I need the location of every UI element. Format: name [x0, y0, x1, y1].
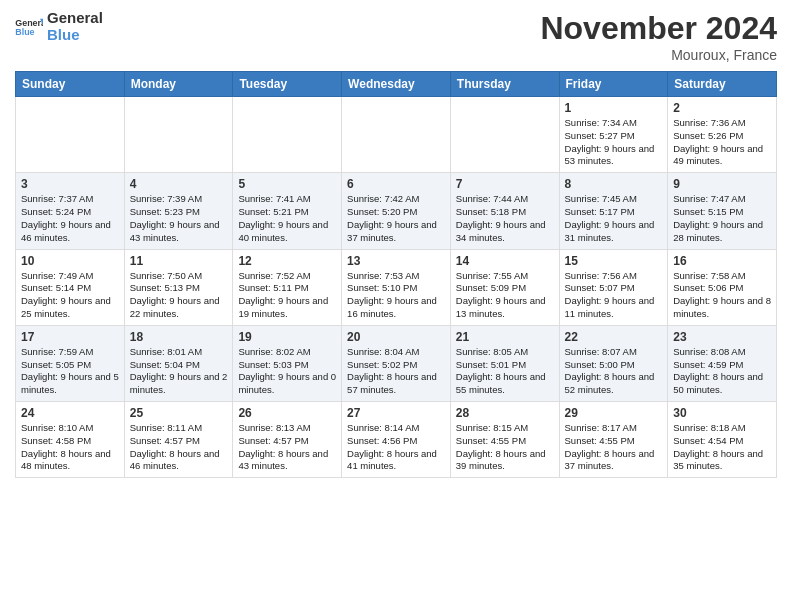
calendar-cell: 12Sunrise: 7:52 AMSunset: 5:11 PMDayligh… — [233, 249, 342, 325]
daylight-text: Daylight: 9 hours and 25 minutes. — [21, 295, 111, 319]
sunrise-text: Sunrise: 8:01 AM — [130, 346, 202, 357]
calendar-week-row: 24Sunrise: 8:10 AMSunset: 4:58 PMDayligh… — [16, 402, 777, 478]
sunrise-text: Sunrise: 8:04 AM — [347, 346, 419, 357]
day-info: Sunrise: 7:39 AMSunset: 5:23 PMDaylight:… — [130, 193, 228, 244]
calendar-table: SundayMondayTuesdayWednesdayThursdayFrid… — [15, 71, 777, 478]
sunset-text: Sunset: 4:54 PM — [673, 435, 743, 446]
day-info: Sunrise: 7:47 AMSunset: 5:15 PMDaylight:… — [673, 193, 771, 244]
calendar-cell — [124, 97, 233, 173]
daylight-text: Daylight: 8 hours and 43 minutes. — [238, 448, 328, 472]
sunrise-text: Sunrise: 7:49 AM — [21, 270, 93, 281]
daylight-text: Daylight: 9 hours and 16 minutes. — [347, 295, 437, 319]
calendar-cell: 1Sunrise: 7:34 AMSunset: 5:27 PMDaylight… — [559, 97, 668, 173]
sunset-text: Sunset: 5:04 PM — [130, 359, 200, 370]
day-number: 6 — [347, 177, 445, 191]
daylight-text: Daylight: 9 hours and 2 minutes. — [130, 371, 228, 395]
day-info: Sunrise: 8:14 AMSunset: 4:56 PMDaylight:… — [347, 422, 445, 473]
sunrise-text: Sunrise: 7:39 AM — [130, 193, 202, 204]
sunset-text: Sunset: 5:24 PM — [21, 206, 91, 217]
calendar-cell — [342, 97, 451, 173]
day-number: 16 — [673, 254, 771, 268]
day-info: Sunrise: 8:01 AMSunset: 5:04 PMDaylight:… — [130, 346, 228, 397]
sunset-text: Sunset: 4:58 PM — [21, 435, 91, 446]
day-info: Sunrise: 7:45 AMSunset: 5:17 PMDaylight:… — [565, 193, 663, 244]
month-title: November 2024 — [540, 10, 777, 47]
sunset-text: Sunset: 4:56 PM — [347, 435, 417, 446]
sunrise-text: Sunrise: 7:34 AM — [565, 117, 637, 128]
day-info: Sunrise: 8:05 AMSunset: 5:01 PMDaylight:… — [456, 346, 554, 397]
weekday-header-thursday: Thursday — [450, 72, 559, 97]
day-info: Sunrise: 7:50 AMSunset: 5:13 PMDaylight:… — [130, 270, 228, 321]
calendar-week-row: 17Sunrise: 7:59 AMSunset: 5:05 PMDayligh… — [16, 325, 777, 401]
calendar-cell: 18Sunrise: 8:01 AMSunset: 5:04 PMDayligh… — [124, 325, 233, 401]
location: Mouroux, France — [540, 47, 777, 63]
svg-text:General: General — [15, 17, 43, 27]
daylight-text: Daylight: 9 hours and 19 minutes. — [238, 295, 328, 319]
daylight-text: Daylight: 8 hours and 37 minutes. — [565, 448, 655, 472]
sunset-text: Sunset: 5:01 PM — [456, 359, 526, 370]
sunrise-text: Sunrise: 7:52 AM — [238, 270, 310, 281]
calendar-cell: 24Sunrise: 8:10 AMSunset: 4:58 PMDayligh… — [16, 402, 125, 478]
sunrise-text: Sunrise: 7:41 AM — [238, 193, 310, 204]
sunrise-text: Sunrise: 7:55 AM — [456, 270, 528, 281]
sunrise-text: Sunrise: 8:18 AM — [673, 422, 745, 433]
weekday-header-saturday: Saturday — [668, 72, 777, 97]
sunset-text: Sunset: 5:18 PM — [456, 206, 526, 217]
calendar-cell: 3Sunrise: 7:37 AMSunset: 5:24 PMDaylight… — [16, 173, 125, 249]
daylight-text: Daylight: 9 hours and 46 minutes. — [21, 219, 111, 243]
daylight-text: Daylight: 9 hours and 28 minutes. — [673, 219, 763, 243]
day-info: Sunrise: 7:53 AMSunset: 5:10 PMDaylight:… — [347, 270, 445, 321]
day-info: Sunrise: 7:44 AMSunset: 5:18 PMDaylight:… — [456, 193, 554, 244]
day-number: 26 — [238, 406, 336, 420]
day-number: 14 — [456, 254, 554, 268]
sunrise-text: Sunrise: 7:45 AM — [565, 193, 637, 204]
day-info: Sunrise: 7:37 AMSunset: 5:24 PMDaylight:… — [21, 193, 119, 244]
daylight-text: Daylight: 9 hours and 5 minutes. — [21, 371, 119, 395]
day-info: Sunrise: 7:55 AMSunset: 5:09 PMDaylight:… — [456, 270, 554, 321]
calendar-page: General Blue General Blue November 2024 … — [0, 0, 792, 612]
sunset-text: Sunset: 5:15 PM — [673, 206, 743, 217]
daylight-text: Daylight: 9 hours and 49 minutes. — [673, 143, 763, 167]
sunrise-text: Sunrise: 8:05 AM — [456, 346, 528, 357]
sunrise-text: Sunrise: 8:07 AM — [565, 346, 637, 357]
day-number: 8 — [565, 177, 663, 191]
sunrise-text: Sunrise: 7:53 AM — [347, 270, 419, 281]
day-info: Sunrise: 8:08 AMSunset: 4:59 PMDaylight:… — [673, 346, 771, 397]
sunrise-text: Sunrise: 8:08 AM — [673, 346, 745, 357]
day-number: 17 — [21, 330, 119, 344]
daylight-text: Daylight: 9 hours and 0 minutes. — [238, 371, 336, 395]
day-info: Sunrise: 7:58 AMSunset: 5:06 PMDaylight:… — [673, 270, 771, 321]
day-info: Sunrise: 8:11 AMSunset: 4:57 PMDaylight:… — [130, 422, 228, 473]
sunset-text: Sunset: 5:21 PM — [238, 206, 308, 217]
daylight-text: Daylight: 9 hours and 22 minutes. — [130, 295, 220, 319]
sunrise-text: Sunrise: 7:56 AM — [565, 270, 637, 281]
sunset-text: Sunset: 5:20 PM — [347, 206, 417, 217]
calendar-cell: 23Sunrise: 8:08 AMSunset: 4:59 PMDayligh… — [668, 325, 777, 401]
sunset-text: Sunset: 4:55 PM — [565, 435, 635, 446]
sunrise-text: Sunrise: 7:42 AM — [347, 193, 419, 204]
day-info: Sunrise: 7:56 AMSunset: 5:07 PMDaylight:… — [565, 270, 663, 321]
day-number: 3 — [21, 177, 119, 191]
day-number: 13 — [347, 254, 445, 268]
day-number: 20 — [347, 330, 445, 344]
sunrise-text: Sunrise: 7:59 AM — [21, 346, 93, 357]
sunset-text: Sunset: 5:02 PM — [347, 359, 417, 370]
day-number: 19 — [238, 330, 336, 344]
daylight-text: Daylight: 8 hours and 39 minutes. — [456, 448, 546, 472]
daylight-text: Daylight: 9 hours and 13 minutes. — [456, 295, 546, 319]
calendar-cell: 25Sunrise: 8:11 AMSunset: 4:57 PMDayligh… — [124, 402, 233, 478]
day-number: 12 — [238, 254, 336, 268]
day-number: 18 — [130, 330, 228, 344]
sunrise-text: Sunrise: 7:37 AM — [21, 193, 93, 204]
header: General Blue General Blue November 2024 … — [15, 10, 777, 63]
day-number: 29 — [565, 406, 663, 420]
sunset-text: Sunset: 5:11 PM — [238, 282, 308, 293]
day-info: Sunrise: 8:07 AMSunset: 5:00 PMDaylight:… — [565, 346, 663, 397]
sunset-text: Sunset: 4:57 PM — [130, 435, 200, 446]
day-number: 1 — [565, 101, 663, 115]
day-info: Sunrise: 8:10 AMSunset: 4:58 PMDaylight:… — [21, 422, 119, 473]
sunrise-text: Sunrise: 8:14 AM — [347, 422, 419, 433]
daylight-text: Daylight: 8 hours and 46 minutes. — [130, 448, 220, 472]
daylight-text: Daylight: 9 hours and 8 minutes. — [673, 295, 771, 319]
sunset-text: Sunset: 4:55 PM — [456, 435, 526, 446]
